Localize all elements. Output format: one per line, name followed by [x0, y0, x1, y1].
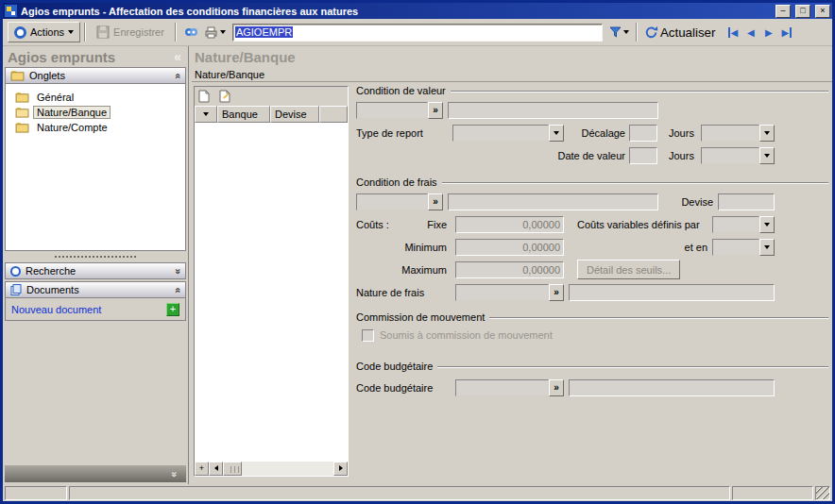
tree-item-nature-compte[interactable]: Nature/Compte: [15, 120, 185, 135]
condition-frais-combo[interactable]: »: [356, 193, 443, 210]
detail-seuils-button[interactable]: Détail des seuils...: [577, 260, 680, 279]
folder-icon: [15, 92, 29, 103]
commission-checkbox[interactable]: [362, 329, 374, 342]
toolbar-separator: [636, 23, 638, 42]
minimum-label: Minimum: [404, 242, 447, 253]
grid-body[interactable]: [195, 123, 348, 462]
condition-frais-field[interactable]: [448, 193, 658, 210]
nature-frais-field[interactable]: [569, 284, 775, 301]
lookup-button[interactable]: »: [549, 379, 564, 396]
process-button[interactable]: [180, 22, 201, 42]
dropdown-button[interactable]: [759, 216, 775, 233]
devise-input[interactable]: [718, 193, 775, 210]
chevron-down-icon: [764, 223, 770, 227]
column-header-devise[interactable]: Devise: [270, 106, 319, 123]
devise-label: Devise: [658, 196, 718, 208]
edit-row-button[interactable]: [216, 89, 233, 104]
actions-button[interactable]: Actions: [8, 22, 80, 42]
dropdown-button[interactable]: [759, 147, 775, 164]
chevron-down-icon: [220, 30, 226, 34]
filter-button[interactable]: [606, 22, 632, 42]
maximize-button[interactable]: □: [795, 5, 810, 18]
maximum-input[interactable]: 0,00000: [455, 261, 564, 278]
recherche-panel-header[interactable]: Recherche »: [5, 262, 186, 279]
commission-checkbox-label: Soumis à commission de mouvement: [380, 329, 553, 341]
collapse-sidebar-icon[interactable]: «: [174, 50, 181, 63]
open-folder-icon: [15, 107, 29, 118]
combo-field: [455, 379, 549, 396]
chevron-up-icon: «: [172, 73, 182, 78]
next-record-button[interactable]: ▶: [759, 24, 777, 41]
add-row-button[interactable]: +: [195, 462, 209, 476]
onglets-title: Onglets: [29, 70, 65, 81]
previous-record-button[interactable]: ◀: [741, 24, 759, 41]
et-en-select[interactable]: [712, 239, 775, 256]
combo-field: [701, 125, 759, 142]
tree-item-general[interactable]: Général: [15, 90, 185, 105]
previous-record-icon: ◀: [747, 27, 755, 38]
jours-select-1[interactable]: [701, 125, 775, 142]
resize-grip[interactable]: [815, 486, 830, 500]
status-panel-1: [5, 486, 67, 500]
minimum-input[interactable]: 0,00000: [455, 239, 564, 256]
nature-frais-select[interactable]: »: [455, 284, 564, 301]
documents-panel-body: Nouveau document +: [5, 298, 186, 321]
lookup-button[interactable]: »: [549, 284, 564, 301]
group-condition-valeur: Condition de valeur: [356, 84, 828, 97]
next-record-icon: ▶: [765, 27, 773, 38]
dropdown-button[interactable]: [759, 239, 775, 256]
new-document-link[interactable]: Nouveau document: [11, 304, 101, 315]
documents-panel-header[interactable]: Documents «: [5, 281, 186, 298]
sidebar-splitter[interactable]: [3, 251, 188, 262]
onglets-panel-header[interactable]: Onglets «: [5, 67, 186, 84]
last-record-button[interactable]: ▶: [777, 24, 795, 41]
code-input[interactable]: AGIOEMPR: [232, 24, 603, 42]
new-row-button[interactable]: [196, 89, 213, 104]
add-document-button[interactable]: +: [166, 303, 179, 316]
print-button[interactable]: [201, 22, 229, 42]
code-budgetaire-field[interactable]: [569, 379, 775, 396]
tab-nature-banque[interactable]: Nature/Banque: [192, 67, 832, 82]
search-icon: [10, 266, 21, 277]
scrollbar-thumb[interactable]: [223, 462, 242, 476]
code-budgetaire-select[interactable]: »: [455, 379, 564, 396]
sidebar-collapse-bar[interactable]: »: [5, 465, 186, 482]
edit-page-icon: [219, 90, 230, 103]
group-title-label: Commission de mouvement: [356, 311, 485, 323]
grid-bottom-bar: +: [195, 462, 348, 476]
column-header-banque[interactable]: Banque: [217, 106, 270, 123]
main-area: Nature/Banque Nature/Banque: [189, 46, 832, 484]
actions-icon: [14, 26, 26, 39]
lookup-button[interactable]: »: [428, 193, 443, 210]
couts-variables-select[interactable]: [712, 216, 775, 233]
condition-valeur-combo[interactable]: »: [356, 102, 443, 119]
close-button[interactable]: ×: [815, 5, 830, 18]
refresh-label: Actualiser: [660, 25, 716, 40]
recherche-title: Recherche: [26, 265, 76, 277]
main-content: Banque Devise +: [192, 82, 832, 484]
fixe-input[interactable]: 0,00000: [455, 216, 564, 233]
refresh-button[interactable]: Actualiser: [641, 22, 719, 42]
combo-field: [356, 102, 428, 119]
dropdown-button[interactable]: [549, 125, 564, 142]
horizontal-scrollbar[interactable]: [223, 462, 333, 476]
status-panel-3: [732, 486, 813, 500]
decalage-input[interactable]: [629, 125, 657, 142]
date-valeur-input[interactable]: [629, 147, 657, 164]
tree-item-nature-banque[interactable]: Nature/Banque: [15, 105, 185, 120]
dropdown-button[interactable]: [759, 125, 775, 142]
type-report-select[interactable]: [452, 125, 564, 142]
jours-select-2[interactable]: [701, 147, 775, 164]
nature-frais-label: Nature de frais: [356, 287, 451, 298]
scroll-left-button[interactable]: [209, 462, 223, 476]
lookup-button[interactable]: »: [428, 102, 443, 119]
minimize-button[interactable]: –: [775, 5, 791, 18]
scroll-right-button[interactable]: [333, 462, 348, 476]
save-button[interactable]: Enregistrer: [90, 22, 171, 42]
row-selector-cell[interactable]: [195, 106, 217, 123]
printer-icon: [204, 26, 218, 39]
first-record-button[interactable]: ◀: [724, 24, 741, 41]
status-bar: [3, 484, 832, 501]
chevron-down-icon: [623, 30, 629, 34]
condition-valeur-field[interactable]: [448, 102, 658, 119]
